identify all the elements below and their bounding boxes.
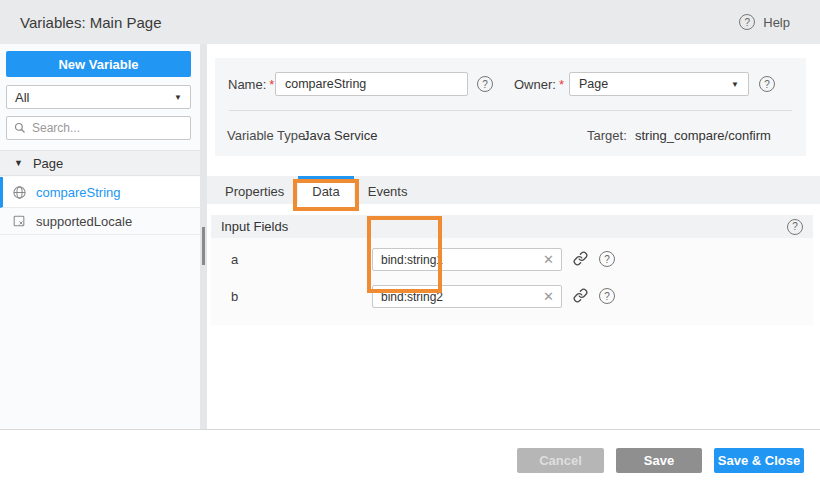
help-icon: ? <box>739 14 755 30</box>
field-label-b: b <box>231 289 238 304</box>
chevron-down-icon: ▼ <box>731 80 739 89</box>
tree-item-label: compareString <box>36 185 121 200</box>
input-fields-help-icon[interactable]: ? <box>787 219 803 235</box>
bind-input-a[interactable] <box>373 253 536 267</box>
clear-icon[interactable]: ✕ <box>536 286 561 307</box>
dialog-header: Variables: Main Page ? Help <box>0 0 820 44</box>
form-divider <box>229 110 792 111</box>
tree-group-label: Page <box>33 156 63 171</box>
help-link[interactable]: ? Help <box>739 14 790 30</box>
tab-properties[interactable]: Properties <box>211 176 298 204</box>
owner-value: Page <box>579 77 608 91</box>
chevron-down-icon: ▼ <box>174 93 182 102</box>
scrollbar-thumb[interactable] <box>202 227 205 265</box>
java-service-icon <box>12 185 27 200</box>
variables-sidebar: New Variable All ▼ ▼ Page <box>0 44 200 429</box>
variable-type-value: Java Service <box>303 128 377 143</box>
clear-icon[interactable]: ✕ <box>536 249 561 270</box>
variable-detail-panel: Name:* ? Owner:* Page ▼ ? Variable Type:… <box>207 44 820 429</box>
cancel-button[interactable]: Cancel <box>517 448 604 473</box>
required-marker: * <box>269 77 274 92</box>
input-fields-section: Input Fields ? a ✕ <box>211 215 813 325</box>
link-binding-icon[interactable] <box>573 288 589 304</box>
name-input[interactable] <box>275 72 468 96</box>
dialog-footer: Cancel Save Save & Close <box>0 430 820 490</box>
tree-item-comparestring[interactable]: compareString <box>0 177 200 208</box>
page-title: Variables: Main Page <box>20 14 161 31</box>
link-binding-icon[interactable] <box>573 251 589 267</box>
field-label-a: a <box>231 252 238 267</box>
field-help-icon[interactable]: ? <box>599 251 615 267</box>
save-and-close-button[interactable]: Save & Close <box>714 448 804 473</box>
bind-input-wrap: ✕ <box>372 285 562 308</box>
required-marker: * <box>559 77 564 92</box>
string-variable-icon <box>12 214 27 229</box>
variable-filter-select[interactable]: All ▼ <box>6 85 191 109</box>
detail-tabs: Properties Data Events <box>207 176 820 204</box>
target-label: Target: <box>587 128 627 143</box>
field-help-icon[interactable]: ? <box>599 288 615 304</box>
bind-input-wrap: ✕ <box>372 248 562 271</box>
variable-filter-value: All <box>15 90 29 105</box>
search-input[interactable] <box>32 121 183 135</box>
owner-label: Owner:* <box>514 77 564 92</box>
tree-item-supportedlocale[interactable]: supportedLocale <box>0 208 200 235</box>
new-variable-button[interactable]: New Variable <box>6 51 191 77</box>
tree-item-label: supportedLocale <box>36 214 132 229</box>
variables-dialog: Variables: Main Page ? Help New Variable… <box>0 0 820 490</box>
input-fields-title: Input Fields <box>221 219 288 234</box>
sidebar-divider <box>200 44 207 429</box>
input-fields-header: Input Fields ? <box>211 215 813 238</box>
tree-group-page[interactable]: ▼ Page <box>0 150 200 176</box>
bind-input-b[interactable] <box>373 290 536 304</box>
tab-data-label: Data <box>312 184 339 199</box>
input-fields-body: a ✕ ? b <box>211 238 813 325</box>
target-value: string_compare/confirm <box>635 128 771 143</box>
variable-summary-form: Name:* ? Owner:* Page ▼ ? Variable Type:… <box>215 58 806 156</box>
variable-type-label: Variable Type: <box>227 128 309 143</box>
search-icon <box>14 122 26 134</box>
caret-down-icon: ▼ <box>14 158 23 168</box>
name-help-icon[interactable]: ? <box>477 76 493 92</box>
input-field-row-a: a ✕ ? <box>211 248 813 272</box>
dialog-body: New Variable All ▼ ▼ Page <box>0 44 820 430</box>
save-button[interactable]: Save <box>616 448 702 473</box>
owner-help-icon[interactable]: ? <box>759 76 775 92</box>
help-label: Help <box>763 15 790 30</box>
tab-events[interactable]: Events <box>354 176 422 204</box>
name-label: Name:* <box>228 77 274 92</box>
owner-select[interactable]: Page ▼ <box>569 72 749 96</box>
input-field-row-b: b ✕ ? <box>211 285 813 309</box>
tab-data[interactable]: Data <box>298 176 353 204</box>
search-box <box>6 116 191 140</box>
